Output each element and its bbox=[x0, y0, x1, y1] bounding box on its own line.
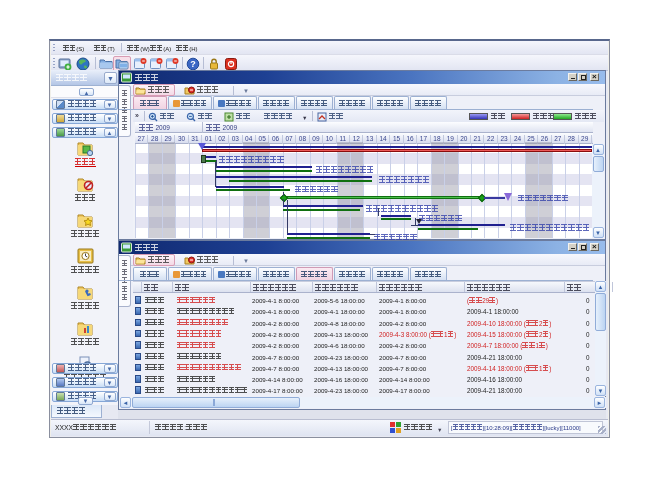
svg-text:?: ? bbox=[190, 59, 196, 69]
